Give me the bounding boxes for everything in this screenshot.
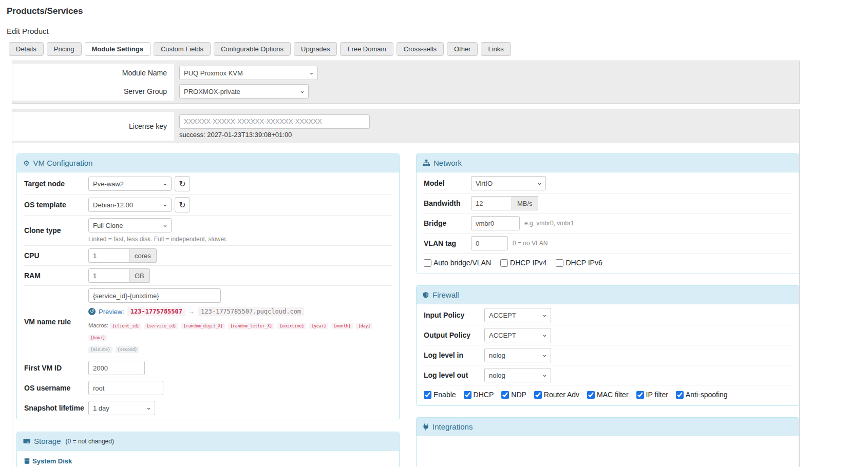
- os-username-input[interactable]: [88, 381, 163, 395]
- log-level-in-select[interactable]: nolog: [484, 348, 551, 362]
- macro-badge: {hour}: [88, 335, 107, 341]
- vm-name-rule-label: VM name rule: [24, 318, 88, 326]
- checkbox-input[interactable]: [556, 259, 563, 267]
- clone-type-select[interactable]: Full Clone: [88, 218, 172, 232]
- checkbox-label: DHCP: [474, 391, 494, 399]
- model-label: Model: [424, 179, 471, 187]
- network-dhcp-ipv6-checkbox[interactable]: DHCP IPv6: [556, 259, 602, 267]
- output-policy-select[interactable]: ACCEPT: [484, 328, 551, 342]
- tab-pricing[interactable]: Pricing: [47, 42, 82, 56]
- hdd-icon: [23, 438, 30, 444]
- vm-configuration-panel: ⚙ VM Configuration Target node Pve-waw2 …: [16, 153, 400, 420]
- firewall-mac-filter-checkbox[interactable]: MAC filter: [587, 391, 628, 399]
- sitemap-icon: [423, 160, 430, 166]
- checkbox-label: DHCP IPv6: [565, 259, 602, 267]
- macro-badge: {minute}: [88, 346, 112, 353]
- firewall-enable-checkbox[interactable]: Enable: [424, 391, 456, 399]
- input-policy-select[interactable]: ACCEPT: [484, 308, 551, 322]
- target-node-refresh-button[interactable]: ↻: [175, 176, 190, 191]
- snapshot-lifetime-label: Snapshot lifetime: [24, 404, 88, 412]
- preview-value: 123-1775785507: [127, 307, 185, 316]
- checkbox-label: IP filter: [646, 391, 668, 399]
- gear-icon: ⚙: [23, 160, 30, 167]
- input-policy-label: Input Policy: [424, 311, 484, 319]
- storage-title: Storage: [34, 437, 61, 445]
- target-node-label: Target node: [24, 180, 88, 188]
- bridge-label: Bridge: [424, 219, 471, 227]
- firewall-router-adv-checkbox[interactable]: Router Adv: [534, 391, 579, 399]
- clone-type-label: Clone type: [24, 226, 88, 235]
- checkbox-input[interactable]: [464, 391, 471, 399]
- target-node-select[interactable]: Pve-waw2: [88, 177, 172, 191]
- os-template-refresh-button[interactable]: ↻: [175, 197, 190, 212]
- os-template-select[interactable]: Debian-12.00: [88, 198, 172, 212]
- macro-badge: {random_digit_X}: [181, 323, 225, 329]
- ram-input[interactable]: [88, 268, 129, 283]
- history-icon: ↺: [88, 308, 96, 315]
- macro-badge: {year}: [309, 323, 328, 329]
- cpu-input[interactable]: [88, 248, 129, 263]
- ram-unit-addon: GB: [129, 268, 150, 283]
- tab-module-settings[interactable]: Module Settings: [85, 42, 150, 56]
- os-username-label: OS username: [24, 384, 88, 392]
- tab-upgrades[interactable]: Upgrades: [294, 42, 337, 56]
- tab-configurable-options[interactable]: Configurable Options: [214, 42, 291, 56]
- ram-label: RAM: [24, 271, 88, 280]
- vm-name-rule-input[interactable]: [88, 288, 221, 303]
- tab-other[interactable]: Other: [447, 42, 478, 56]
- firewall-anti-spoofing-checkbox[interactable]: Anti-spoofing: [676, 391, 728, 399]
- macros-label: Macros:: [88, 322, 108, 328]
- tab-links[interactable]: Links: [481, 42, 511, 56]
- model-select[interactable]: VirtIO: [471, 176, 546, 190]
- network-dhcp-ipv4-checkbox[interactable]: DHCP IPv4: [500, 259, 546, 267]
- first-vm-id-input[interactable]: [88, 361, 145, 375]
- vlan-tag-label: VLAN tag: [424, 239, 471, 247]
- vlan-tag-input[interactable]: [471, 236, 508, 250]
- cpu-unit-addon: cores: [129, 248, 157, 263]
- checkbox-input[interactable]: [636, 391, 644, 399]
- module-selection-box: Module Name PUQ Proxmox KVM ⌄ Server Gro…: [12, 61, 800, 104]
- checkbox-label: Enable: [433, 391, 456, 399]
- macro-badge: {unixtime}: [277, 323, 306, 329]
- checkbox-input[interactable]: [587, 391, 595, 399]
- tab-details[interactable]: Details: [9, 42, 44, 56]
- server-group-label: Server Group: [12, 82, 174, 101]
- checkbox-input[interactable]: [424, 259, 431, 267]
- checkbox-label: MAC filter: [597, 391, 628, 399]
- checkbox-input[interactable]: [534, 391, 542, 399]
- checkbox-input[interactable]: [501, 391, 509, 399]
- license-status-text: success: 2027-01-23T13:39:08+01:00: [179, 131, 292, 139]
- vm-configuration-title: VM Configuration: [33, 159, 93, 167]
- network-auto-bridge-checkbox[interactable]: Auto bridge/VLAN: [424, 259, 491, 267]
- tab-free-domain[interactable]: Free Domain: [340, 42, 393, 56]
- tab-custom-fields[interactable]: Custom Fields: [154, 42, 211, 56]
- checkbox-label: DHCP IPv4: [510, 259, 546, 267]
- module-name-select[interactable]: PUQ Proxmox KVM: [179, 66, 318, 80]
- firewall-ip-filter-checkbox[interactable]: IP filter: [636, 391, 668, 399]
- bandwidth-input[interactable]: [471, 196, 512, 210]
- preview-arrow: →: [188, 308, 195, 315]
- tab-cross-sells[interactable]: Cross-sells: [397, 42, 444, 56]
- server-group-select[interactable]: PROXMOX-private: [179, 84, 309, 99]
- integrations-title: Integrations: [432, 422, 473, 431]
- firewall-title: Firewall: [432, 290, 459, 299]
- log-level-out-select[interactable]: nolog: [484, 368, 551, 382]
- checkbox-input[interactable]: [676, 391, 684, 399]
- checkbox-label: Auto bridge/VLAN: [433, 259, 491, 267]
- firewall-ndp-checkbox[interactable]: NDP: [501, 391, 526, 399]
- snapshot-lifetime-select[interactable]: 1 day: [88, 401, 155, 415]
- checkbox-label: Anti-spoofing: [686, 391, 728, 399]
- firewall-dhcp-checkbox[interactable]: DHCP: [464, 391, 494, 399]
- checkbox-label: Router Adv: [544, 391, 579, 399]
- checkbox-label: NDP: [511, 391, 526, 399]
- vlan-tag-help-text: 0 = no VLAN: [513, 240, 548, 247]
- macro-badge: {service_id}: [144, 323, 178, 329]
- license-key-input[interactable]: [179, 114, 370, 129]
- bridge-input[interactable]: [471, 216, 520, 230]
- plug-icon: [423, 423, 429, 431]
- cpu-label: CPU: [24, 251, 88, 260]
- page-subtitle: Edit Product: [7, 27, 868, 35]
- checkbox-input[interactable]: [424, 391, 431, 399]
- checkbox-input[interactable]: [500, 259, 508, 267]
- output-policy-label: Output Policy: [424, 331, 484, 339]
